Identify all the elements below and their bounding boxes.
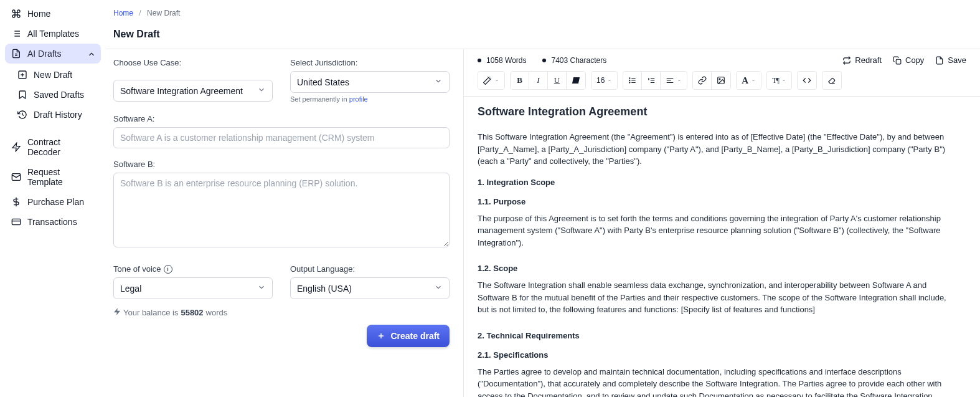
sidebar-item-label: New Draft xyxy=(34,70,95,80)
sidebar-item-label: Saved Drafts xyxy=(34,90,95,100)
use-case-select[interactable]: Software Integration Agreement xyxy=(113,80,273,102)
sidebar-item-label: Purchase Plan xyxy=(27,197,95,207)
credit-card-icon xyxy=(11,217,21,227)
bookmark-icon xyxy=(17,90,27,100)
output-language-select[interactable]: English (USA) xyxy=(290,277,450,299)
file-icon xyxy=(11,49,21,59)
breadcrumb-home-link[interactable]: Home xyxy=(113,9,133,17)
doc-h2-1: 2.1. Specifications xyxy=(478,350,953,360)
code-view-button[interactable] xyxy=(798,72,816,89)
paragraph-icon: T¶ xyxy=(772,76,779,85)
doc-h1-2: 1.2. Scope xyxy=(478,264,953,273)
editor-toolbar: B I U 16 xyxy=(464,71,980,97)
paragraph-format-button[interactable]: T¶ xyxy=(767,72,791,89)
svg-marker-11 xyxy=(12,143,20,151)
magic-button[interactable] xyxy=(478,72,504,89)
chevron-down-icon xyxy=(494,76,499,85)
tone-label: Tone of voice i xyxy=(113,264,273,274)
sidebar-item-draft-history[interactable]: Draft History xyxy=(9,105,101,125)
bullet-list-icon xyxy=(628,76,637,85)
software-b-label: Software B: xyxy=(113,160,450,169)
document-viewport[interactable]: Software Integration Agreement This Soft… xyxy=(464,97,980,397)
sidebar-item-transactions[interactable]: Transactions xyxy=(5,212,101,232)
list-icon xyxy=(11,29,21,39)
align-button[interactable] xyxy=(661,72,687,89)
doc-h2: 2. Technical Requirements xyxy=(478,331,953,340)
chevron-down-icon xyxy=(607,76,612,85)
redraft-button[interactable]: Redraft xyxy=(842,55,882,65)
svg-point-23 xyxy=(629,78,630,79)
sidebar-item-label: Contract Decoder xyxy=(27,137,95,157)
bolt-icon xyxy=(11,142,21,152)
use-case-value: Software Integration Agreement xyxy=(120,86,243,96)
use-case-label: Choose Use Case: xyxy=(113,58,273,67)
font-size-select[interactable]: 16 xyxy=(591,72,617,89)
software-a-input[interactable] xyxy=(113,127,450,148)
doc-p2-1: The Parties agree to develop and maintai… xyxy=(478,366,953,398)
svg-point-33 xyxy=(719,79,720,80)
software-b-textarea[interactable] xyxy=(113,173,450,247)
document-content[interactable]: Software Integration Agreement This Soft… xyxy=(478,105,953,397)
link-button[interactable] xyxy=(693,72,712,89)
chevron-up-icon xyxy=(87,50,95,57)
sidebar-item-label: AI Drafts xyxy=(27,49,61,59)
svg-point-24 xyxy=(629,80,630,80)
sidebar-item-request-template[interactable]: Request Template xyxy=(5,162,101,192)
tone-select[interactable]: Legal xyxy=(113,277,273,299)
file-icon xyxy=(935,56,944,65)
numbered-list-button[interactable] xyxy=(642,72,661,89)
doc-h1: 1. Integration Scope xyxy=(478,178,953,187)
save-button[interactable]: Save xyxy=(935,55,966,65)
highlight-button[interactable] xyxy=(567,72,585,89)
output-language-label: Output Language: xyxy=(290,264,450,274)
char-count: 7403 Characters xyxy=(542,56,606,65)
bold-button[interactable]: B xyxy=(511,72,529,89)
ai-drafts-submenu: New Draft Saved Drafts Draft History xyxy=(5,65,101,125)
sidebar-item-home[interactable]: Home xyxy=(5,4,101,24)
italic-button[interactable]: I xyxy=(529,72,548,89)
svg-rect-19 xyxy=(896,59,901,64)
plus-icon xyxy=(377,332,385,340)
output-language-value: English (USA) xyxy=(297,284,352,294)
breadcrumb-separator: / xyxy=(135,9,144,17)
jurisdiction-select[interactable]: United States xyxy=(290,71,450,93)
text-color-icon: A xyxy=(742,75,748,86)
bullet-list-button[interactable] xyxy=(623,72,642,89)
sidebar-item-contract-decoder[interactable]: Contract Decoder xyxy=(5,132,101,162)
page-title: New Draft xyxy=(113,17,980,49)
profile-link[interactable]: profile xyxy=(349,95,368,103)
sidebar-item-new-draft[interactable]: New Draft xyxy=(9,65,101,85)
text-color-button[interactable]: A xyxy=(737,72,761,89)
svg-rect-14 xyxy=(12,219,20,224)
copy-button[interactable]: Copy xyxy=(893,55,924,65)
image-icon xyxy=(717,76,725,85)
doc-title: Software Integration Agreement xyxy=(478,105,953,118)
link-icon xyxy=(698,76,707,85)
command-icon xyxy=(11,9,21,19)
chevron-down-icon xyxy=(781,76,786,85)
balance-text: Your balance is 55802 words xyxy=(113,308,450,317)
copy-icon xyxy=(893,56,902,65)
underline-button[interactable]: U xyxy=(548,72,567,89)
sidebar-item-ai-drafts[interactable]: AI Drafts xyxy=(5,44,101,64)
sidebar-item-label: All Templates xyxy=(27,29,95,39)
bolt-icon xyxy=(113,308,121,317)
numbered-list-icon xyxy=(647,76,656,85)
refresh-icon xyxy=(842,56,851,65)
image-button[interactable] xyxy=(712,72,730,89)
mail-icon xyxy=(11,172,21,182)
align-icon xyxy=(666,76,674,85)
create-draft-button[interactable]: Create draft xyxy=(367,325,450,347)
jurisdiction-label: Select Jurisdiction: xyxy=(290,58,450,67)
form-panel: Choose Use Case: Software Integration Ag… xyxy=(106,49,464,397)
plus-square-icon xyxy=(17,70,27,80)
eraser-button[interactable] xyxy=(822,72,841,89)
chevron-down-icon xyxy=(257,283,266,294)
sidebar-item-purchase-plan[interactable]: Purchase Plan xyxy=(5,192,101,212)
svg-marker-16 xyxy=(115,309,120,315)
sidebar-item-saved-drafts[interactable]: Saved Drafts xyxy=(9,85,101,105)
code-icon xyxy=(803,76,811,85)
jurisdiction-hint: Set permanently in profile xyxy=(290,95,450,103)
sidebar-item-all-templates[interactable]: All Templates xyxy=(5,24,101,44)
dollar-icon xyxy=(11,197,21,207)
